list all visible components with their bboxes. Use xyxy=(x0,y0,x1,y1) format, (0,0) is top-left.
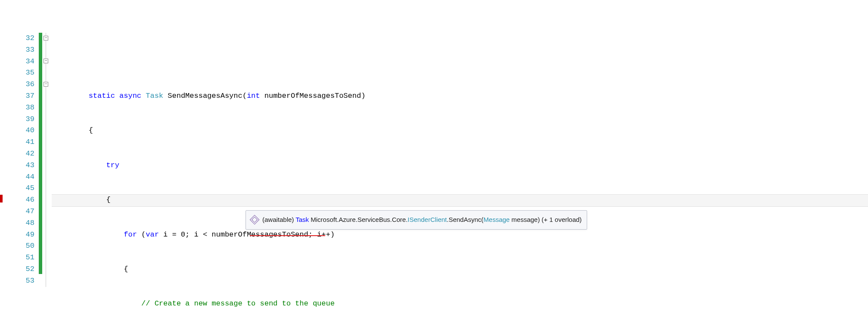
line-number[interactable]: 52 xyxy=(26,265,34,273)
line-number[interactable]: 47 xyxy=(26,207,34,215)
breakpoint-marker[interactable] xyxy=(0,195,3,202)
line-number[interactable]: 41 xyxy=(26,138,34,146)
error-underline xyxy=(250,235,325,236)
code-line[interactable]: { xyxy=(53,264,868,275)
change-indicator-bar xyxy=(39,33,42,274)
line-number[interactable]: 51 xyxy=(26,253,34,262)
line-number[interactable]: 38 xyxy=(26,103,34,112)
tooltip-text: (awaitable) Task Microsoft.Azure.Service… xyxy=(262,214,582,226)
fold-toggle-icon[interactable]: − xyxy=(44,82,48,87)
line-number[interactable]: 45 xyxy=(26,184,34,192)
line-number[interactable]: 32 xyxy=(26,34,34,42)
fold-toggle-icon[interactable]: − xyxy=(44,59,48,63)
line-number[interactable]: 40 xyxy=(26,126,34,134)
line-number[interactable]: 46 xyxy=(26,196,34,204)
line-number[interactable]: 43 xyxy=(26,161,34,169)
line-number[interactable]: 36 xyxy=(26,80,34,88)
line-number[interactable]: 35 xyxy=(26,69,34,77)
code-line[interactable]: { xyxy=(53,194,868,206)
fold-column[interactable]: − − − xyxy=(42,33,52,327)
line-number[interactable]: 53 xyxy=(26,277,34,285)
line-number[interactable]: 37 xyxy=(26,92,34,100)
line-number[interactable]: 48 xyxy=(26,219,34,227)
line-number[interactable]: 39 xyxy=(26,115,34,123)
code-editor[interactable]: 32 33 34 35 36 37 38 39 40 41 42 43 44 4… xyxy=(0,33,868,327)
line-number[interactable]: 49 xyxy=(26,230,34,239)
intellisense-tooltip: (awaitable) Task Microsoft.Azure.Service… xyxy=(246,210,587,230)
line-number-gutter[interactable]: 32 33 34 35 36 37 38 39 40 41 42 43 44 4… xyxy=(4,33,39,327)
code-line[interactable]: for (var i = 0; i < numberOfMessagesToSe… xyxy=(53,229,868,241)
fold-toggle-icon[interactable]: − xyxy=(44,36,48,40)
breakpoint-margin[interactable] xyxy=(0,33,4,327)
line-number[interactable]: 50 xyxy=(26,242,34,250)
code-line[interactable]: { xyxy=(53,125,868,137)
method-icon xyxy=(250,215,260,225)
line-number[interactable]: 33 xyxy=(26,46,34,54)
code-line[interactable]: static async Task SendMessagesAsync(int … xyxy=(53,90,868,102)
line-number[interactable]: 34 xyxy=(26,57,34,65)
code-line[interactable]: // Create a new message to send to the q… xyxy=(53,298,868,310)
code-area[interactable]: static async Task SendMessagesAsync(int … xyxy=(52,33,868,327)
code-line[interactable]: try xyxy=(53,160,868,171)
line-number[interactable]: 44 xyxy=(26,173,34,181)
line-number[interactable]: 42 xyxy=(26,149,34,158)
